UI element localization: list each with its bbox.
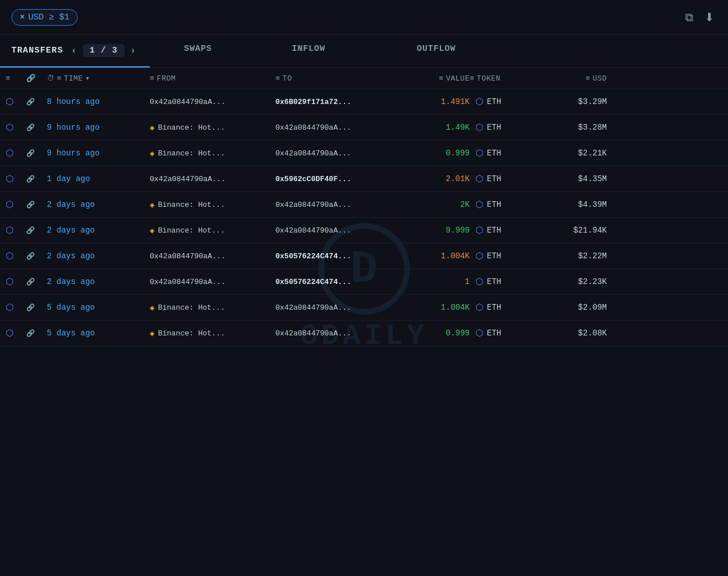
usd-cell: $3.28M <box>538 123 607 132</box>
tab-inflow[interactable]: INFLOW <box>246 35 371 67</box>
binance-icon: ◈ <box>150 303 154 313</box>
row-link-icon: 🔗 <box>26 252 47 261</box>
tab-swaps[interactable]: SWAPS <box>150 35 246 67</box>
binance-icon: ◈ <box>150 226 154 235</box>
row-link-icon: 🔗 <box>26 303 47 312</box>
tab-outflow[interactable]: OUTFLOW <box>371 35 501 67</box>
col-token[interactable]: ≡ TOKEN <box>470 74 538 83</box>
to-cell[interactable]: 0x42a0844790aA... <box>275 201 401 209</box>
to-cell[interactable]: 0x42a0844790aA... <box>275 149 401 158</box>
time-cell: 9 hours ago <box>47 123 150 132</box>
binance-icon: ◈ <box>150 200 154 210</box>
col-usd[interactable]: ≡ USD <box>538 74 607 83</box>
eth-token-icon: ⬡ <box>475 147 483 159</box>
usd-cell: $2.09M <box>538 303 607 312</box>
time-cell: 8 hours ago <box>47 97 150 106</box>
table-row[interactable]: ⬡ 🔗 1 day ago 0x42a0844790aA... 0x5962cC… <box>0 166 728 192</box>
usd-cell: $2.21K <box>538 149 607 158</box>
value-cell: 1.004K <box>401 303 470 312</box>
token-name: ETH <box>487 226 501 235</box>
from-cell[interactable]: ◈ Binance: Hot... <box>150 226 275 235</box>
col-value[interactable]: ≡ VALUE <box>401 74 470 83</box>
value-cell: 0.999 <box>401 149 470 158</box>
time-cell: 1 day ago <box>47 174 150 183</box>
col-from[interactable]: ≡ FROM <box>150 74 275 83</box>
to-cell[interactable]: 0x5962cC0DF40F... <box>275 175 401 183</box>
top-bar-actions: ⧉ ⬇ <box>683 8 717 26</box>
eth-token-icon: ⬡ <box>475 96 483 107</box>
tab-transfers[interactable]: TRANSFERS ‹ 1 / 3 › <box>0 35 150 67</box>
eth-token-icon: ⬡ <box>475 173 483 185</box>
table-row[interactable]: ⬡ 🔗 9 hours ago ◈ Binance: Hot... 0x42a0… <box>0 115 728 141</box>
next-page-button[interactable]: › <box>128 46 138 56</box>
value-cell: 1 <box>401 277 470 286</box>
eth-token-icon: ⬡ <box>475 302 483 313</box>
filter-icon-value: ≡ <box>439 74 443 83</box>
to-cell[interactable]: 0x42a0844790aA... <box>275 226 401 235</box>
eth-token-icon: ⬡ <box>475 225 483 236</box>
col-time[interactable]: ⏱ ≡ TIME ▾ <box>47 74 150 83</box>
table-row[interactable]: ⬡ 🔗 2 days ago ◈ Binance: Hot... 0x42a08… <box>0 218 728 243</box>
row-link-icon: 🔗 <box>26 175 47 183</box>
download-button[interactable]: ⬇ <box>702 8 717 26</box>
table-row[interactable]: ⬡ 🔗 5 days ago ◈ Binance: Hot... 0x42a08… <box>0 321 728 346</box>
tabs-row: TRANSFERS ‹ 1 / 3 › SWAPS INFLOW OUTFLOW <box>0 35 728 68</box>
from-cell[interactable]: 0x42a0844790aA... <box>150 278 275 286</box>
table-row[interactable]: ⬡ 🔗 2 days ago 0x42a0844790aA... 0x50576… <box>0 269 728 295</box>
copy-icon: ⧉ <box>685 11 693 23</box>
value-label: VALUE <box>446 74 470 83</box>
value-cell: 1.49K <box>401 123 470 132</box>
eth-chain-icon: ⬡ <box>6 327 26 339</box>
page-info: 1 / 3 <box>83 44 125 57</box>
eth-chain-icon: ⬡ <box>6 302 26 313</box>
from-cell[interactable]: 0x42a0844790aA... <box>150 175 275 183</box>
to-cell[interactable]: 0x50576224C474... <box>275 278 401 286</box>
from-cell[interactable]: 0x42a0844790aA... <box>150 252 275 261</box>
col-link-icon[interactable]: 🔗 <box>26 74 47 83</box>
col-filter-icon[interactable]: ≡ <box>6 74 26 83</box>
prev-page-button[interactable]: ‹ <box>69 46 79 56</box>
value-cell: 2K <box>401 200 470 209</box>
filter-label: USD ≥ $1 <box>28 13 69 22</box>
table-row[interactable]: ⬡ 🔗 2 days ago ◈ Binance: Hot... 0x42a08… <box>0 192 728 218</box>
table-row[interactable]: ⬡ 🔗 9 hours ago ◈ Binance: Hot... 0x42a0… <box>0 141 728 166</box>
to-cell[interactable]: 0x6B029f171a72... <box>275 98 401 106</box>
to-address: 0x42a0844790aA... <box>275 123 351 132</box>
token-name: ETH <box>487 149 501 158</box>
row-link-icon: 🔗 <box>26 201 47 209</box>
to-address: 0x50576224C474... <box>275 252 351 261</box>
usd-cell: $4.35M <box>538 174 607 183</box>
table-row[interactable]: ⬡ 🔗 2 days ago 0x42a0844790aA... 0x50576… <box>0 243 728 269</box>
from-cell[interactable]: ◈ Binance: Hot... <box>150 123 275 133</box>
row-link-icon: 🔗 <box>26 98 47 106</box>
time-cell: 2 days ago <box>47 277 150 286</box>
row-link-icon: 🔗 <box>26 149 47 158</box>
to-cell[interactable]: 0x50576224C474... <box>275 252 401 261</box>
col-to[interactable]: ≡ TO <box>275 74 401 83</box>
to-cell[interactable]: 0x42a0844790aA... <box>275 123 401 132</box>
filter-icon-to: ≡ <box>275 74 280 83</box>
from-address: Binance: Hot... <box>158 226 225 235</box>
from-cell[interactable]: 0x42a0844790aA... <box>150 98 275 106</box>
eth-token-icon: ⬡ <box>475 250 483 262</box>
from-cell[interactable]: ◈ Binance: Hot... <box>150 329 275 338</box>
close-icon[interactable]: × <box>20 13 25 22</box>
pagination: ‹ 1 / 3 › <box>69 44 138 57</box>
eth-chain-icon: ⬡ <box>6 199 26 210</box>
token-cell: ⬡ ETH <box>470 302 538 313</box>
eth-chain-icon: ⬡ <box>6 276 26 287</box>
from-cell[interactable]: ◈ Binance: Hot... <box>150 200 275 210</box>
from-address: Binance: Hot... <box>158 149 225 158</box>
table-row[interactable]: ⬡ 🔗 5 days ago ◈ Binance: Hot... 0x42a08… <box>0 295 728 321</box>
table-row[interactable]: ⬡ 🔗 8 hours ago 0x42a0844790aA... 0x6B02… <box>0 89 728 115</box>
to-cell[interactable]: 0x42a0844790aA... <box>275 303 401 312</box>
sort-icon-time: ▾ <box>85 74 90 83</box>
eth-chain-icon: ⬡ <box>6 122 26 133</box>
copy-button[interactable]: ⧉ <box>683 8 695 26</box>
to-cell[interactable]: 0x42a0844790aA... <box>275 329 401 338</box>
filter-badge[interactable]: × USD ≥ $1 <box>11 9 78 26</box>
from-cell[interactable]: ◈ Binance: Hot... <box>150 149 275 158</box>
time-cell: 9 hours ago <box>47 149 150 158</box>
time-cell: 2 days ago <box>47 200 150 209</box>
from-cell[interactable]: ◈ Binance: Hot... <box>150 303 275 313</box>
